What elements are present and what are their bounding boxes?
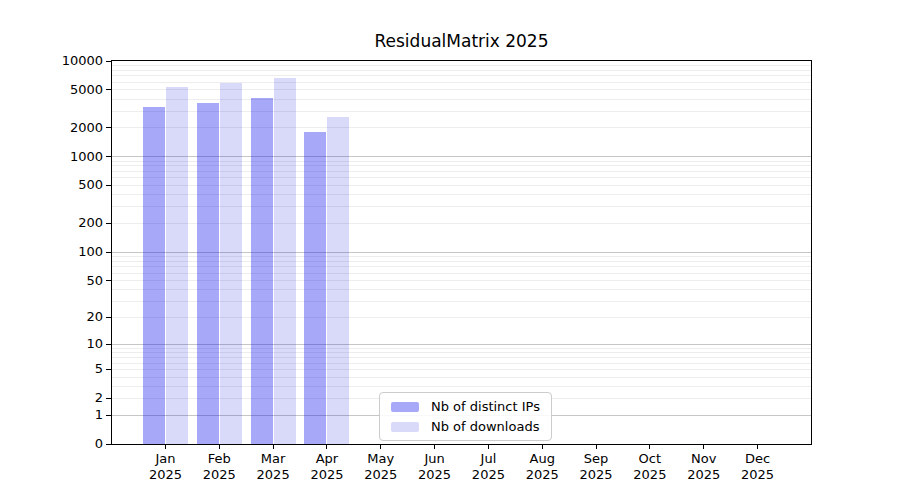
x-tick-year: 2025 (622, 467, 678, 483)
plot-area: 012510205010020050010002000500010000 Jan… (111, 60, 812, 445)
legend-label-downloads: Nb of downloads (431, 419, 539, 434)
chart-title: ResidualMatrix 2025 (112, 30, 811, 52)
legend-item-downloads: Nb of downloads (391, 419, 540, 434)
x-tick-year: 2025 (353, 467, 409, 483)
x-tick-year: 2025 (299, 467, 355, 483)
x-tick-month: Apr (299, 451, 355, 467)
x-tick-mark (273, 445, 274, 449)
y-tick-mark (106, 252, 111, 253)
x-tick-label: Apr2025 (299, 451, 355, 483)
x-tick-month: Jun (407, 451, 463, 467)
y-tick-label: 0 (29, 436, 103, 452)
x-tick-label: Nov2025 (676, 451, 732, 483)
x-tick-mark (219, 445, 220, 449)
y-tick-mark (106, 61, 111, 62)
y-tick-label: 1000 (29, 149, 103, 165)
y-tick-mark (106, 89, 111, 90)
y-tick-label: 2000 (29, 120, 103, 136)
x-tick-mark (434, 445, 435, 449)
x-tick-label: May2025 (353, 451, 409, 483)
x-tick-month: Jan (138, 451, 194, 467)
x-tick-label: Dec2025 (730, 451, 786, 483)
x-tick-mark (326, 445, 327, 449)
x-tick-month: Sep (568, 451, 624, 467)
x-tick-year: 2025 (730, 467, 786, 483)
x-tick-label: Feb2025 (191, 451, 247, 483)
x-tick-year: 2025 (407, 467, 463, 483)
y-tick-label: 200 (29, 215, 103, 231)
x-tick-label: Sep2025 (568, 451, 624, 483)
x-tick-label: Aug2025 (514, 451, 570, 483)
x-tick-month: Jul (460, 451, 516, 467)
y-tick-mark (106, 223, 111, 224)
legend-swatch-downloads (391, 422, 419, 432)
x-tick-mark (488, 445, 489, 449)
x-tick-year: 2025 (245, 467, 301, 483)
x-tick-label: Jul2025 (460, 451, 516, 483)
legend-item-distinct-ips: Nb of distinct IPs (391, 399, 540, 414)
x-tick-year: 2025 (191, 467, 247, 483)
y-tick-label: 10 (29, 336, 103, 352)
legend-swatch-distinct-ips (391, 402, 419, 412)
x-tick-month: Oct (622, 451, 678, 467)
figure: ResidualMatrix 2025 01251020501002005001… (0, 0, 900, 500)
x-tick-month: Mar (245, 451, 301, 467)
y-tick-mark (106, 280, 111, 281)
y-tick-label: 20 (29, 309, 103, 325)
x-tick-month: Aug (514, 451, 570, 467)
x-tick-mark (380, 445, 381, 449)
y-tick-mark (106, 415, 111, 416)
y-tick-label: 50 (29, 273, 103, 289)
y-tick-mark (106, 127, 111, 128)
y-tick-label: 5000 (29, 82, 103, 98)
x-tick-mark (165, 445, 166, 449)
y-tick-mark (106, 369, 111, 370)
x-tick-mark (757, 445, 758, 449)
y-tick-mark (106, 398, 111, 399)
x-tick-month: May (353, 451, 409, 467)
x-tick-year: 2025 (514, 467, 570, 483)
x-tick-mark (596, 445, 597, 449)
legend: Nb of distinct IPs Nb of downloads (379, 392, 552, 441)
x-tick-label: Mar2025 (245, 451, 301, 483)
y-tick-mark (106, 344, 111, 345)
y-tick-label: 100 (29, 244, 103, 260)
x-tick-month: Feb (191, 451, 247, 467)
y-tick-mark (106, 156, 111, 157)
x-axis-layer: Jan2025Feb2025Mar2025Apr2025May2025Jun20… (112, 61, 811, 444)
y-tick-mark (106, 185, 111, 186)
x-tick-mark (649, 445, 650, 449)
x-tick-year: 2025 (138, 467, 194, 483)
x-tick-month: Dec (730, 451, 786, 467)
x-tick-mark (703, 445, 704, 449)
y-tick-label: 500 (29, 177, 103, 193)
x-tick-mark (542, 445, 543, 449)
y-tick-label: 1 (29, 407, 103, 423)
y-tick-label: 2 (29, 390, 103, 406)
x-tick-year: 2025 (676, 467, 732, 483)
y-tick-label: 10000 (29, 53, 103, 69)
x-tick-label: Jun2025 (407, 451, 463, 483)
legend-label-distinct-ips: Nb of distinct IPs (431, 399, 540, 414)
x-tick-year: 2025 (460, 467, 516, 483)
x-tick-month: Nov (676, 451, 732, 467)
y-tick-label: 5 (29, 361, 103, 377)
y-tick-mark (106, 317, 111, 318)
x-tick-label: Jan2025 (138, 451, 194, 483)
y-tick-mark (106, 444, 111, 445)
x-tick-label: Oct2025 (622, 451, 678, 483)
x-tick-year: 2025 (568, 467, 624, 483)
